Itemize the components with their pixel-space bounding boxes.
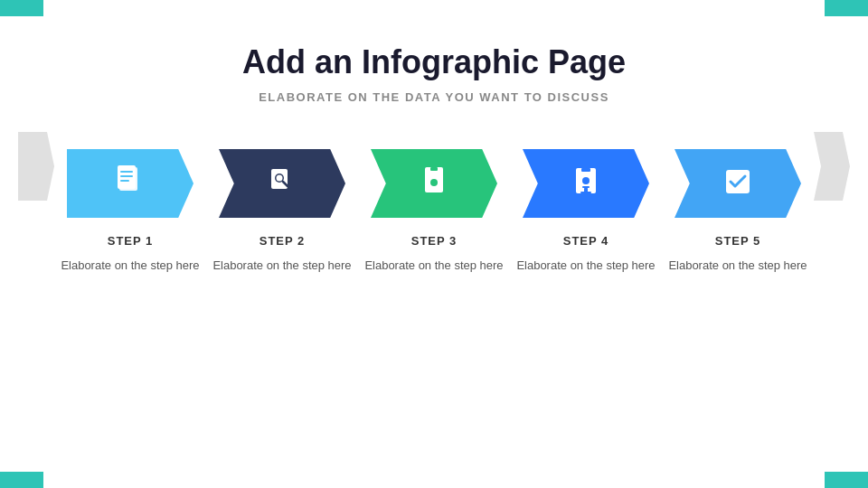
step-4-label: STEP 4	[563, 234, 609, 248]
step-1-icon	[116, 165, 145, 202]
step-3-arrow	[371, 149, 497, 218]
decorative-chevron-right	[814, 132, 850, 201]
step-4-arrow	[523, 149, 649, 218]
corner-decoration-br	[825, 472, 868, 488]
step-4-icon	[573, 166, 599, 202]
steps-container: STEP 1 Elaborate on the step here	[0, 149, 868, 275]
step-2-icon	[267, 166, 297, 202]
step-2-label: STEP 2	[259, 234, 306, 248]
step-1-chevron	[67, 149, 193, 218]
svg-rect-20	[580, 192, 591, 193]
step-5-desc: Elaborate on the step here	[668, 257, 807, 275]
svg-rect-6	[120, 175, 133, 177]
step-3-chevron	[371, 149, 497, 218]
corner-decoration-tr	[825, 0, 868, 16]
svg-rect-16	[581, 168, 590, 172]
step-1-label: STEP 1	[108, 234, 154, 248]
step-4-wrapper: STEP 4 Elaborate on the step here	[510, 149, 662, 275]
svg-rect-19	[584, 188, 588, 192]
page-title: Add an Infographic Page	[242, 43, 626, 81]
svg-point-14	[430, 179, 438, 186]
step-2-desc: Elaborate on the step here	[212, 257, 351, 275]
svg-point-10	[277, 174, 283, 181]
step-3-icon	[422, 166, 446, 202]
step-1-desc: Elaborate on the step here	[61, 257, 199, 275]
svg-rect-13	[430, 167, 438, 171]
page-subtitle: ELABORATE ON THE DATA YOU WANT TO DISCUS…	[259, 90, 609, 104]
step-5-label: STEP 5	[715, 234, 761, 248]
svg-rect-18	[582, 186, 590, 188]
corner-decoration-bl	[0, 472, 43, 488]
corner-decoration-tl	[0, 0, 43, 16]
step-4-desc: Elaborate on the step here	[516, 257, 655, 275]
step-1-wrapper: STEP 1 Elaborate on the step here	[54, 149, 206, 275]
svg-rect-5	[120, 171, 133, 173]
svg-point-17	[582, 177, 590, 184]
step-5-wrapper: STEP 5 Elaborate on the step here	[662, 149, 814, 275]
step-2-wrapper: STEP 2 Elaborate on the step here	[206, 149, 358, 275]
step-2-chevron	[219, 149, 345, 218]
page-content: Add an Infographic Page ELABORATE ON THE…	[0, 0, 868, 275]
step-3-label: STEP 3	[411, 234, 458, 248]
step-3-desc: Elaborate on the step here	[364, 257, 503, 275]
step-2-arrow	[219, 149, 345, 218]
step-4-chevron	[523, 149, 649, 218]
step-5-chevron	[675, 149, 801, 218]
step-5-arrow	[675, 149, 801, 218]
decorative-chevron-left	[18, 132, 54, 201]
step-3-wrapper: STEP 3 Elaborate on the step here	[358, 149, 510, 275]
step-1-arrow	[67, 149, 193, 218]
svg-rect-7	[120, 180, 129, 182]
step-5-icon	[723, 167, 752, 201]
